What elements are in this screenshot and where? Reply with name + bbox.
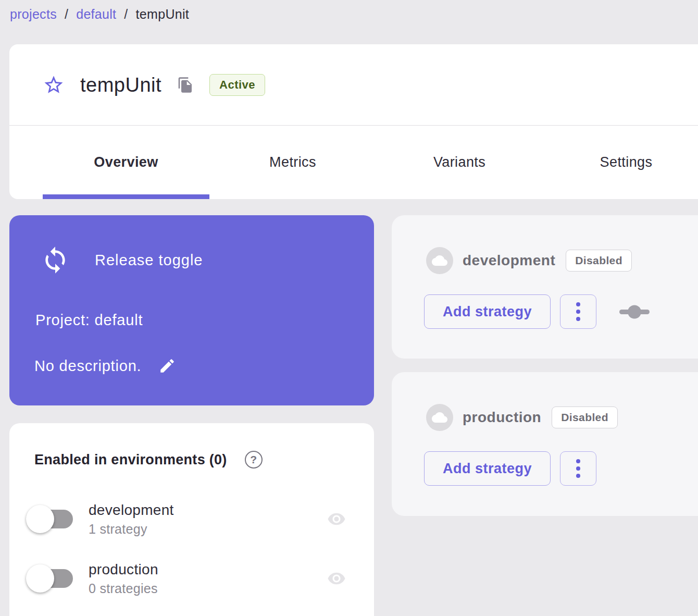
feature-title-row: tempUnit Active: [43, 69, 265, 101]
tab-metrics[interactable]: Metrics: [209, 126, 376, 199]
toggle-type-card: Release toggle Project: default No descr…: [9, 215, 374, 405]
edit-description-button[interactable]: [158, 356, 177, 375]
kebab-dot: [576, 302, 580, 306]
breadcrumb-link-projects[interactable]: projects: [10, 7, 57, 22]
visibility-eye-icon[interactable]: [324, 568, 349, 589]
environment-header: production Disabled: [426, 404, 618, 431]
active-tab-indicator: [43, 194, 209, 199]
breadcrumb-link-default[interactable]: default: [76, 7, 116, 22]
environment-avatar: [426, 404, 453, 431]
loop-arrows-icon: [41, 245, 70, 275]
environment-menu-button[interactable]: [560, 294, 596, 329]
kebab-dot: [576, 459, 580, 463]
environment-header: development Disabled: [426, 247, 632, 274]
tab-overview[interactable]: Overview: [43, 126, 209, 199]
environment-menu-button[interactable]: [560, 451, 596, 486]
environment-card-production: production Disabled Add strategy: [392, 372, 698, 516]
copy-icon: [177, 77, 194, 93]
tab-settings[interactable]: Settings: [543, 126, 698, 199]
add-strategy-button[interactable]: Add strategy: [424, 294, 551, 329]
cloud-icon: [432, 253, 447, 268]
star-outline-icon: [43, 74, 65, 96]
environment-avatar: [426, 247, 453, 274]
environment-toggle-production[interactable]: [32, 569, 73, 588]
environment-row-strategies: 0 strategies: [89, 581, 158, 596]
feature-header-card: tempUnit Active Overview Metrics Variant…: [9, 44, 698, 199]
project-label: Project: default: [35, 312, 143, 329]
environment-row-strategies: 1 strategy: [89, 522, 174, 537]
add-strategy-button[interactable]: Add strategy: [424, 451, 551, 486]
kebab-dot: [576, 310, 580, 314]
environment-name: development: [463, 252, 555, 269]
environment-name: production: [463, 409, 541, 426]
favorite-star-icon[interactable]: [43, 74, 65, 96]
cloud-icon: [432, 410, 447, 425]
help-icon[interactable]: ?: [245, 451, 263, 469]
tab-bar: Overview Metrics Variants Settings: [43, 126, 698, 199]
kebab-dot: [576, 466, 580, 471]
environment-status-badge: Disabled: [566, 250, 632, 272]
tab-variants[interactable]: Variants: [376, 126, 543, 199]
environment-row-labels: production 0 strategies: [89, 561, 158, 596]
breadcrumb-separator: /: [124, 7, 128, 22]
toggle-type-header: Release toggle: [41, 245, 203, 275]
page-title: tempUnit: [80, 74, 161, 96]
breadcrumb-separator: /: [65, 7, 68, 22]
environment-status-badge: Disabled: [552, 406, 618, 428]
copy-name-icon[interactable]: [177, 77, 194, 93]
environment-actions: Add strategy: [424, 451, 596, 486]
environment-card-development: development Disabled Add strategy: [392, 215, 698, 359]
environment-toggle-row-production: production 0 strategies: [32, 555, 349, 602]
enabled-environments-title: Enabled in environments (0): [34, 452, 227, 468]
status-badge: Active: [209, 74, 265, 96]
environment-toggle-development[interactable]: [32, 510, 73, 528]
kebab-dot: [576, 317, 580, 321]
description-text: No description.: [34, 358, 141, 375]
environment-toggle-row-development: development 1 strategy: [32, 495, 349, 543]
pencil-icon: [158, 357, 176, 375]
breadcrumb-current: tempUnit: [136, 7, 189, 22]
toggle-type-label: Release toggle: [95, 252, 203, 269]
environment-row-name: development: [89, 502, 174, 519]
kebab-dot: [576, 474, 580, 478]
toggle-thumb: [26, 564, 54, 593]
environment-row-name: production: [89, 561, 158, 578]
enabled-environments-header: Enabled in environments (0) ?: [34, 451, 263, 469]
description-row: No description.: [34, 356, 177, 375]
visibility-eye-icon[interactable]: [324, 509, 349, 529]
breadcrumb: projects / default / tempUnit: [10, 7, 189, 22]
enabled-environments-card: Enabled in environments (0) ? developmen…: [9, 423, 374, 616]
environment-row-labels: development 1 strategy: [89, 502, 174, 537]
environment-actions: Add strategy: [424, 294, 650, 329]
toggle-thumb: [26, 505, 54, 533]
rollout-slider-icon: [619, 300, 650, 323]
